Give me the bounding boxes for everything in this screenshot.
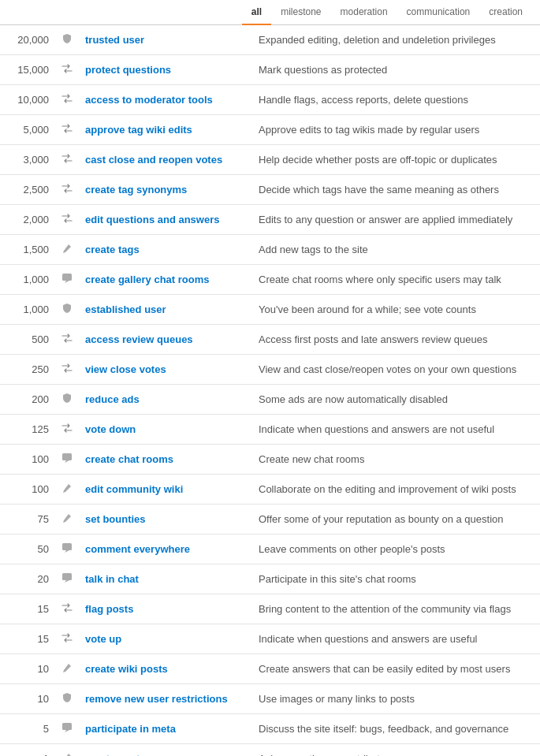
- table-row: 1,000 create gallery chat rooms Create c…: [0, 265, 540, 295]
- rep-value: 50: [0, 534, 55, 564]
- privilege-name[interactable]: vote up: [79, 624, 252, 654]
- privilege-name[interactable]: create tag synonyms: [79, 175, 252, 205]
- privilege-name[interactable]: create posts: [79, 744, 252, 757]
- privilege-desc: Decide which tags have the same meaning …: [252, 175, 540, 205]
- table-row: 10 remove new user restrictions Use imag…: [0, 684, 540, 714]
- table-row: 250 view close votes View and cast close…: [0, 355, 540, 385]
- rep-value: 2,000: [0, 205, 55, 235]
- table-row: 10,000 access to moderator tools Handle …: [0, 85, 540, 115]
- privilege-desc: Indicate when questions and answers are …: [252, 624, 540, 654]
- privilege-name[interactable]: trusted user: [79, 25, 252, 55]
- privilege-name[interactable]: create tags: [79, 235, 252, 265]
- rep-value: 15: [0, 624, 55, 654]
- svg-rect-1: [62, 453, 72, 460]
- privilege-name[interactable]: edit questions and answers: [79, 205, 252, 235]
- table-row: 100 edit community wiki Collaborate on t…: [0, 475, 540, 505]
- privilege-desc: Discuss the site itself: bugs, feedback,…: [252, 714, 540, 744]
- table-row: 2,000 edit questions and answers Edits t…: [0, 205, 540, 235]
- privilege-desc: Ask a question or contribute an answer: [252, 744, 540, 757]
- rep-value: 2,500: [0, 175, 55, 205]
- privilege-icon: [55, 475, 79, 505]
- privilege-name[interactable]: reduce ads: [79, 385, 252, 415]
- privilege-name[interactable]: create chat rooms: [79, 445, 252, 475]
- privilege-desc: You've been around for a while; see vote…: [252, 295, 540, 325]
- privilege-name[interactable]: talk in chat: [79, 564, 252, 594]
- privilege-name[interactable]: access review queues: [79, 325, 252, 355]
- privilege-name[interactable]: vote down: [79, 415, 252, 445]
- privilege-desc: Collaborate on the editing and improveme…: [252, 475, 540, 505]
- privilege-icon: [55, 115, 79, 145]
- privilege-desc: Edits to any question or answer are appl…: [252, 205, 540, 235]
- privilege-name[interactable]: create gallery chat rooms: [79, 265, 252, 295]
- privilege-name[interactable]: approve tag wiki edits: [79, 115, 252, 145]
- table-row: 20,000 trusted user Expanded editing, de…: [0, 25, 540, 55]
- privilege-desc: Bring content to the attention of the co…: [252, 594, 540, 624]
- privilege-name[interactable]: view close votes: [79, 355, 252, 385]
- privilege-icon: [55, 654, 79, 684]
- privilege-icon: [55, 684, 79, 714]
- privilege-desc: View and cast close/reopen votes on your…: [252, 355, 540, 385]
- privilege-desc: Expanded editing, deletion and undeletio…: [252, 25, 540, 55]
- table-row: 5 participate in meta Discuss the site i…: [0, 714, 540, 744]
- table-row: 5,000 approve tag wiki edits Approve edi…: [0, 115, 540, 145]
- table-row: 20 talk in chat Participate in this site…: [0, 564, 540, 594]
- privilege-icon: [55, 235, 79, 265]
- table-row: 200 reduce ads Some ads are now automati…: [0, 385, 540, 415]
- privilege-name[interactable]: remove new user restrictions: [79, 684, 252, 714]
- table-row: 1 create posts Ask a question or contrib…: [0, 744, 540, 757]
- tab-creation[interactable]: creation: [479, 0, 532, 25]
- rep-value: 1,000: [0, 265, 55, 295]
- privilege-icon: [55, 55, 79, 85]
- rep-value: 100: [0, 445, 55, 475]
- privilege-icon: [55, 385, 79, 415]
- privilege-name[interactable]: edit community wiki: [79, 475, 252, 505]
- privilege-name[interactable]: protect questions: [79, 55, 252, 85]
- rep-value: 15,000: [0, 55, 55, 85]
- rep-value: 100: [0, 475, 55, 505]
- tab-all[interactable]: all: [242, 0, 271, 25]
- privilege-desc: Use images or many links to posts: [252, 684, 540, 714]
- rep-value: 5,000: [0, 115, 55, 145]
- privilege-name[interactable]: participate in meta: [79, 714, 252, 744]
- privilege-desc: Create answers that can be easily edited…: [252, 654, 540, 684]
- svg-rect-0: [62, 274, 72, 281]
- privilege-icon: [55, 25, 79, 55]
- privilege-name[interactable]: established user: [79, 295, 252, 325]
- table-row: 500 access review queues Access first po…: [0, 325, 540, 355]
- tab-moderation[interactable]: moderation: [331, 0, 397, 25]
- table-row: 1,000 established user You've been aroun…: [0, 295, 540, 325]
- privilege-desc: Some ads are now automatically disabled: [252, 385, 540, 415]
- rep-value: 20: [0, 564, 55, 594]
- privilege-icon: [55, 355, 79, 385]
- table-row: 75 set bounties Offer some of your reput…: [0, 505, 540, 534]
- rep-value: 1,500: [0, 235, 55, 265]
- privilege-icon: [55, 325, 79, 355]
- rep-value: 10,000: [0, 85, 55, 115]
- table-row: 15 vote up Indicate when questions and a…: [0, 624, 540, 654]
- rep-value: 20,000: [0, 25, 55, 55]
- svg-rect-3: [62, 573, 72, 580]
- privilege-name[interactable]: set bounties: [79, 505, 252, 534]
- privilege-name[interactable]: flag posts: [79, 594, 252, 624]
- privilege-icon: [55, 624, 79, 654]
- table-row: 15 flag posts Bring content to the atten…: [0, 594, 540, 624]
- svg-rect-2: [62, 543, 72, 550]
- privilege-icon: [55, 534, 79, 564]
- privilege-name[interactable]: cast close and reopen votes: [79, 145, 252, 175]
- tab-milestone[interactable]: milestone: [271, 0, 330, 25]
- tab-communication[interactable]: communication: [397, 0, 480, 25]
- privilege-name[interactable]: create wiki posts: [79, 654, 252, 684]
- privilege-icon: [55, 564, 79, 594]
- rep-value: 3,000: [0, 145, 55, 175]
- rep-value: 5: [0, 714, 55, 744]
- privilege-desc: Create new chat rooms: [252, 445, 540, 475]
- privilege-name[interactable]: comment everywhere: [79, 534, 252, 564]
- privilege-icon: [55, 744, 79, 757]
- privilege-desc: Handle flags, access reports, delete que…: [252, 85, 540, 115]
- rep-value: 10: [0, 684, 55, 714]
- table-row: 15,000 protect questions Mark questions …: [0, 55, 540, 85]
- table-row: 100 create chat rooms Create new chat ro…: [0, 445, 540, 475]
- privilege-desc: Participate in this site's chat rooms: [252, 564, 540, 594]
- rep-value: 1: [0, 744, 55, 757]
- privilege-name[interactable]: access to moderator tools: [79, 85, 252, 115]
